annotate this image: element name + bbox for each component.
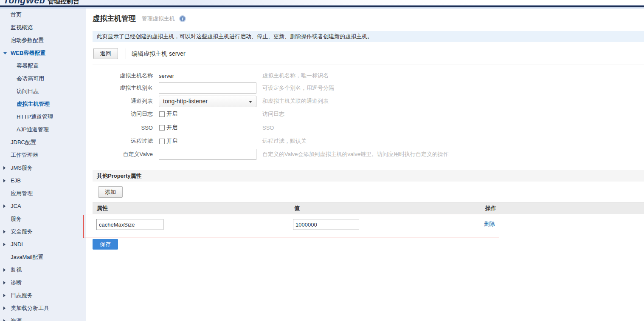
sidebar-nav: 首页监视概览启动参数配置WEB容器配置容器配置会话高可用访问日志虚拟主机管理HT… bbox=[0, 9, 86, 321]
sidebar-item-label: 资源 bbox=[11, 318, 22, 321]
field-control bbox=[159, 82, 256, 94]
sidebar-item-16[interactable]: 服务 bbox=[0, 213, 86, 225]
checkbox-field: 开启 bbox=[159, 137, 177, 145]
column-header-action: 操作 bbox=[485, 203, 496, 214]
info-icon[interactable]: i bbox=[179, 15, 186, 22]
custom-valve-input[interactable] bbox=[159, 149, 256, 160]
sidebar-item-web-container-config[interactable]: WEB容器配置 bbox=[0, 47, 86, 60]
sidebar-item-14[interactable]: 应用管理 bbox=[0, 187, 86, 200]
sidebar-item-9[interactable]: AJP通道管理 bbox=[0, 123, 86, 136]
field-label: SSO bbox=[87, 125, 153, 131]
sidebar-item-label: 类加载分析工具 bbox=[11, 305, 49, 311]
chevron-right-icon bbox=[3, 294, 6, 297]
edit-form-title: 编辑虚拟主机 server bbox=[132, 48, 186, 59]
field-control: 开启 bbox=[159, 110, 256, 118]
form-row: 通道列表tong-http-listener和虚拟主机关联的通道列表 bbox=[87, 95, 644, 107]
logo-suffix-text: 管理控制台 bbox=[48, 0, 79, 5]
page-header: 虚拟主机管理 管理虚拟主机 i bbox=[93, 14, 186, 24]
back-button[interactable]: 返回 bbox=[93, 48, 118, 59]
sidebar-item-22[interactable]: 日志服务 bbox=[0, 289, 86, 302]
add-property-button[interactable]: 添加 bbox=[98, 186, 123, 198]
checkbox-label: 开启 bbox=[166, 124, 177, 131]
form-row: 远程过滤开启远程过滤，默认关 bbox=[87, 135, 644, 147]
field-hint: SSO bbox=[262, 125, 274, 131]
chevron-right-icon bbox=[3, 243, 6, 246]
sidebar-item-vhost-management[interactable]: 虚拟主机管理 bbox=[0, 98, 86, 111]
sidebar-item-10[interactable]: JDBC配置 bbox=[0, 136, 86, 149]
sidebar-item-8[interactable]: HTTP通道管理 bbox=[0, 111, 86, 123]
sidebar-item-19[interactable]: JavaMail配置 bbox=[0, 251, 86, 264]
delete-link[interactable]: 删除 bbox=[484, 220, 495, 228]
sidebar-item-17[interactable]: 安全服务 bbox=[0, 225, 86, 238]
field-hint: 虚拟主机名称，唯一标识名 bbox=[262, 72, 329, 80]
sidebar-item-15[interactable]: JCA bbox=[0, 200, 86, 213]
toolbar-divider bbox=[126, 48, 126, 59]
field-hint: 访问日志 bbox=[262, 110, 284, 118]
form-row: SSO开启SSO bbox=[87, 122, 644, 134]
form-row: 虚拟主机别名可设定多个别名，用逗号分隔 bbox=[87, 82, 644, 94]
field-control: tong-http-listener bbox=[159, 96, 256, 107]
chevron-down-icon bbox=[249, 101, 252, 103]
sidebar-item-label: 服务 bbox=[11, 216, 22, 222]
checkbox-label: 开启 bbox=[166, 137, 177, 145]
sidebar-item-label: JDBC配置 bbox=[11, 139, 36, 145]
column-header-name: 属性 bbox=[97, 203, 108, 214]
sidebar-item-5[interactable]: 会话高可用 bbox=[0, 72, 86, 85]
sidebar-item-24[interactable]: 资源 bbox=[0, 315, 86, 321]
form-row: 访问日志开启访问日志 bbox=[87, 108, 644, 120]
sidebar-item-12[interactable]: JMS服务 bbox=[0, 162, 86, 174]
field-label: 访问日志 bbox=[87, 110, 153, 118]
sidebar-item-label: JavaMail配置 bbox=[11, 254, 43, 260]
field-label: 通道列表 bbox=[87, 97, 153, 105]
field-control: server bbox=[159, 73, 256, 79]
sidebar-item-4[interactable]: 容器配置 bbox=[0, 60, 86, 72]
chevron-down-icon bbox=[3, 52, 7, 54]
page-title: 虚拟主机管理 bbox=[93, 14, 136, 23]
property-value-input[interactable] bbox=[293, 219, 359, 230]
sidebar-item-label: 工作管理器 bbox=[11, 152, 38, 158]
save-button[interactable]: 保存 bbox=[93, 239, 118, 250]
app-logo: TongWeb管理控制台 bbox=[3, 0, 79, 5]
chevron-right-icon bbox=[3, 307, 6, 310]
remote-filter-checkbox[interactable] bbox=[159, 139, 165, 144]
field-label: 虚拟主机别名 bbox=[87, 84, 153, 92]
sidebar-item-23[interactable]: 类加载分析工具 bbox=[0, 302, 86, 315]
chevron-right-icon bbox=[3, 268, 6, 272]
sidebar-item-label: 安全服务 bbox=[11, 228, 33, 235]
property-table-header: 属性 值 操作 bbox=[93, 202, 644, 214]
page-notice: 此页显示了已经创建的虚拟主机，可以对这些虚拟主机进行启动、停止、更新、删除操作或… bbox=[93, 31, 644, 42]
sidebar-item-label: 启动参数配置 bbox=[11, 37, 44, 43]
top-banner: TongWeb管理控制台 bbox=[0, 0, 644, 5]
chevron-right-icon bbox=[3, 319, 6, 321]
sidebar-item-13[interactable]: EJB bbox=[0, 174, 86, 187]
form-row: 自定义Valve自定义的Valve会添加到虚拟主机的valve链里。访问应用时执… bbox=[87, 148, 644, 160]
sidebar-item-18[interactable]: JNDI bbox=[0, 238, 86, 251]
sidebar-item-2[interactable]: 启动参数配置 bbox=[0, 34, 86, 47]
sidebar-item-label: JNDI bbox=[11, 241, 23, 247]
chevron-right-icon bbox=[3, 281, 6, 284]
sso-checkbox[interactable] bbox=[159, 125, 165, 131]
section-divider-line bbox=[93, 65, 644, 65]
table-row: 删除 bbox=[93, 215, 644, 238]
listener-select[interactable]: tong-http-listener bbox=[159, 96, 256, 107]
column-header-value: 值 bbox=[294, 203, 300, 214]
sidebar-item-6[interactable]: 访问日志 bbox=[0, 85, 86, 98]
property-name-input[interactable] bbox=[96, 219, 163, 230]
sidebar-item-1[interactable]: 监视概览 bbox=[0, 21, 86, 34]
field-hint: 自定义的Valve会添加到虚拟主机的valve链里。访问应用时执行自定义的操作 bbox=[262, 151, 449, 158]
sidebar-item-11[interactable]: 工作管理器 bbox=[0, 149, 86, 162]
checkbox-label: 开启 bbox=[166, 110, 177, 118]
logo-brand-text: TongWeb bbox=[3, 0, 45, 5]
chevron-right-icon bbox=[3, 179, 6, 182]
access-log-checkbox[interactable] bbox=[159, 111, 165, 117]
sidebar-item-20[interactable]: 监视 bbox=[0, 264, 86, 276]
checkbox-field: 开启 bbox=[159, 124, 177, 131]
sidebar-item-label: 日志服务 bbox=[11, 292, 33, 298]
field-hint: 远程过滤，默认关 bbox=[262, 137, 307, 145]
sidebar-item-0[interactable]: 首页 bbox=[0, 9, 86, 21]
checkbox-field: 开启 bbox=[159, 110, 177, 118]
sidebar-item-label: 容器配置 bbox=[17, 62, 39, 69]
sidebar-item-21[interactable]: 诊断 bbox=[0, 276, 86, 289]
vhost-alias-input[interactable] bbox=[159, 82, 256, 94]
form-row: 虚拟主机名称server虚拟主机名称，唯一标识名 bbox=[87, 70, 644, 82]
